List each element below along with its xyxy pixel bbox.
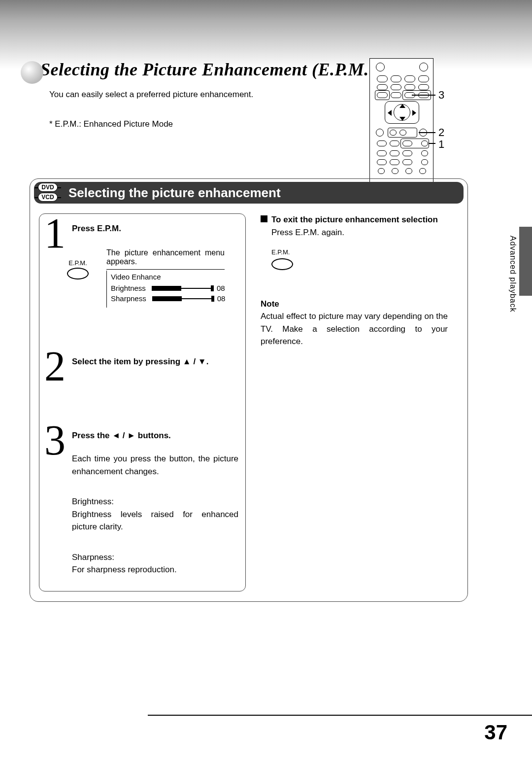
- brightness-label: Brightness:: [72, 495, 238, 508]
- section-title-bar: DVD VCD Selecting the picture enhancemen…: [34, 182, 464, 204]
- note-body: Actual effect to picture may vary depend…: [261, 310, 448, 348]
- osd-title: Video Enhance: [111, 271, 225, 282]
- footer-rule: [148, 715, 532, 716]
- epm-button-label: E.P.M.: [67, 259, 89, 267]
- step-number-2: 2: [44, 345, 66, 387]
- exit-text: Press E.P.M. again.: [271, 226, 448, 239]
- badge-vcd: VCD: [38, 193, 57, 202]
- step1-desc: The picture enhancement menu appears.: [106, 248, 225, 266]
- sharpness-text: For sharpness reproduction.: [72, 563, 238, 576]
- step1-title: Press E.P.M.: [72, 224, 238, 234]
- step3-title: Press the ◄ / ► buttons.: [72, 431, 238, 441]
- epm-small-label: E.P.M.: [271, 247, 448, 257]
- page-title: Selecting the Picture Enhancement (E.P.M…: [40, 59, 507, 80]
- badge-dvd: DVD: [38, 183, 57, 192]
- note-heading: Note: [261, 298, 448, 311]
- osd-row1-value: 08: [217, 284, 225, 292]
- exit-title: To exit the picture enhancement selectio…: [271, 213, 438, 226]
- sharpness-label: Sharpness:: [72, 551, 238, 564]
- page-number: 37: [484, 721, 507, 744]
- osd-row2-value: 08: [217, 294, 226, 303]
- notes-panel: To exit the picture enhancement selectio…: [261, 213, 448, 591]
- epm-small-button-icon: [271, 258, 293, 270]
- epm-button-icon: [67, 268, 89, 279]
- osd-panel: Video Enhance Brightness 08 Sharpne: [106, 271, 225, 308]
- osd-row2-label: Sharpness: [111, 294, 146, 303]
- steps-panel: 1 Press E.P.M. The picture enhancement m…: [39, 213, 246, 591]
- step2-title: Select the item by pressing ▲ / ▼.: [72, 357, 238, 367]
- step3-desc: Each time you press the button, the pict…: [72, 452, 238, 478]
- remote-illustration: [369, 58, 433, 189]
- callout-1: 1: [438, 138, 444, 151]
- callout-2: 2: [438, 126, 444, 139]
- brightness-text: Brightness levels raised for enhanced pi…: [72, 508, 238, 533]
- title-bullet-icon: [21, 61, 43, 84]
- section-title: Selecting the picture enhancement: [68, 185, 281, 201]
- osd-row1-label: Brightness: [111, 284, 146, 292]
- square-bullet-icon: [261, 215, 267, 222]
- section-container: DVD VCD Selecting the picture enhancemen…: [30, 178, 468, 602]
- callout-3: 3: [438, 89, 444, 102]
- step-number-1: 1: [44, 212, 66, 254]
- step-number-3: 3: [44, 419, 66, 461]
